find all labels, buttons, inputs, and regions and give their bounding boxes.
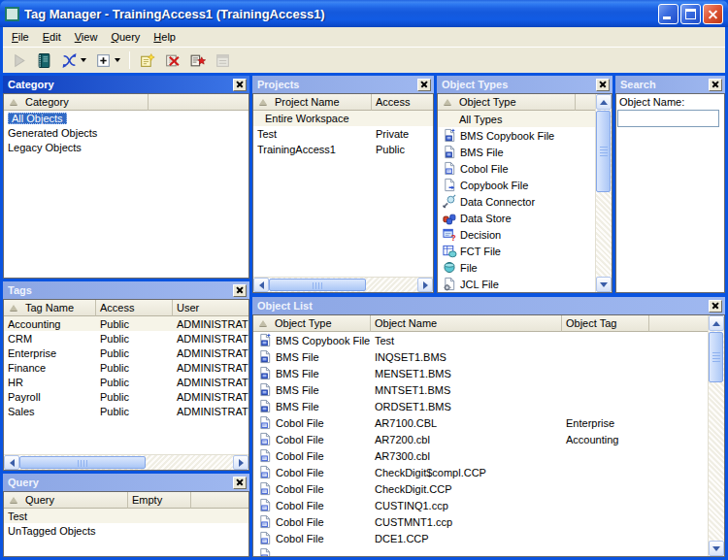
query-row[interactable]: UnTagged Objects (4, 523, 248, 538)
dropdown-caret-icon[interactable] (81, 58, 86, 62)
tag-row[interactable]: FinancePublicADMINISTRAT (4, 360, 248, 375)
panel-tags-close-icon[interactable] (233, 284, 247, 297)
column-header-user[interactable]: User (173, 300, 248, 316)
column-header-category[interactable]: Category (4, 94, 149, 111)
panel-query-close-icon[interactable] (233, 477, 247, 489)
scroll-down-icon[interactable] (596, 277, 612, 292)
close-button[interactable] (703, 4, 723, 24)
menu-item-help[interactable]: Help (147, 28, 182, 46)
menu-item-file[interactable]: File (5, 28, 36, 46)
cell: AR7300.cbl (371, 447, 562, 464)
category-row[interactable]: All Objects (4, 111, 248, 125)
object-type-row[interactable]: File (438, 259, 612, 276)
dropdown-caret-icon[interactable] (115, 58, 120, 62)
object-type-row[interactable]: BMS Copybook File (438, 127, 612, 144)
autotag-button[interactable] (185, 49, 210, 72)
object-row[interactable]: Cobol FileAR7100.CBLEnterprise (253, 414, 724, 431)
object-row[interactable]: BMS FileMNTSET1.BMS (253, 381, 724, 398)
create-tag-button[interactable] (135, 49, 159, 72)
column-header-empty[interactable]: Empty (128, 492, 191, 509)
object-type-row[interactable]: ?Decision (438, 226, 612, 243)
expand-button[interactable] (91, 49, 124, 72)
object-type-row[interactable]: Copybook File (438, 177, 612, 193)
tag-row[interactable]: SalesPublicADMINISTRAT (4, 404, 248, 418)
column-header-object-name[interactable]: Object Name (371, 315, 562, 332)
object-row[interactable]: Cobol FileDCE1.CCP (253, 530, 724, 546)
menu-item-query[interactable]: Query (104, 28, 147, 46)
column-header-tag-name[interactable]: Tag Name (4, 300, 96, 316)
project-row[interactable]: TestPrivate (253, 126, 433, 142)
scroll-up-icon[interactable] (709, 315, 724, 331)
delete-tag-button[interactable] (160, 49, 184, 72)
tag-row[interactable]: HRPublicADMINISTRAT (4, 375, 248, 389)
object-type-row[interactable]: BMS File (438, 144, 612, 160)
object-row[interactable]: BMS FileORDSET1.BMS (253, 398, 724, 414)
cell-label: Cobol File (460, 163, 509, 175)
panel-projects-close-icon[interactable] (417, 79, 431, 91)
scroll-thumb[interactable] (19, 456, 146, 469)
project-row[interactable]: Entire Workspace (253, 111, 433, 126)
column-header-query[interactable]: Query (4, 492, 128, 509)
column-header-object-type[interactable]: Object Type (438, 94, 576, 111)
scroll-up-icon[interactable] (596, 94, 612, 110)
scroll-down-icon[interactable] (709, 541, 724, 556)
column-header-blank[interactable] (191, 492, 248, 509)
menu-item-view[interactable]: View (68, 28, 105, 46)
panel-search-close-icon[interactable] (709, 79, 722, 91)
column-header-blank[interactable] (649, 315, 708, 332)
object-type-row[interactable]: Data Store (438, 210, 612, 226)
scroll-right-icon[interactable] (417, 278, 433, 292)
query-row[interactable]: Test (4, 509, 248, 523)
tags-horizontal-scrollbar[interactable] (4, 454, 248, 470)
object-row[interactable]: Cobol FileCheckDigit$compl.CCP (253, 464, 724, 480)
column-header-access[interactable]: Access (372, 94, 433, 111)
column-header-blank[interactable] (149, 94, 248, 111)
scroll-left-icon[interactable] (4, 455, 19, 470)
panel-category-close-icon[interactable] (233, 79, 247, 91)
object-row[interactable]: Cobol FileCUSTMNT1.ccp (253, 513, 724, 530)
object-row[interactable]: BMS Copybook FileTest (253, 332, 724, 348)
object-type-row[interactable]: All Types (438, 111, 612, 127)
project-row[interactable]: TrainingAccess1Public (253, 142, 433, 157)
object-row[interactable]: Cobol FileCheckDigit.CCP (253, 480, 724, 497)
object-type-row[interactable]: Cobol File (438, 160, 612, 177)
column-header-blank[interactable] (576, 94, 595, 111)
tag-row[interactable]: AccountingPublicADMINISTRAT (4, 316, 248, 331)
scroll-thumb[interactable] (269, 279, 366, 291)
object-row[interactable]: Cobol FileAR7200.cblAccounting (253, 431, 724, 447)
column-header-project-name[interactable]: Project Name (253, 94, 372, 111)
object-row[interactable]: Cobol FileCUSTINQ1.ccp (253, 497, 724, 513)
menu-item-edit[interactable]: Edit (36, 28, 68, 46)
category-row[interactable]: Generated Objects (4, 125, 248, 140)
object-name-input[interactable] (617, 110, 719, 127)
autotag-icon (189, 52, 206, 69)
column-header-access[interactable]: Access (96, 300, 173, 316)
workspace-button[interactable] (32, 49, 56, 72)
tag-row[interactable]: EnterprisePublicADMINISTRAT (4, 346, 248, 360)
column-header-object-type[interactable]: Object Type (253, 315, 371, 332)
category-row[interactable]: Legacy Objects (4, 140, 248, 154)
tag-row[interactable]: PayrollPublicADMINISTRAT (4, 389, 248, 404)
maximize-button[interactable] (680, 4, 701, 24)
object-row[interactable]: BMS FileMENSET1.BMS (253, 365, 724, 381)
object-type-row[interactable]: JCL File (438, 276, 612, 292)
minimize-button[interactable] (658, 4, 678, 24)
scroll-thumb[interactable] (709, 332, 723, 382)
object-type-row[interactable]: FCT File (438, 243, 612, 259)
object-list-vertical-scrollbar[interactable] (708, 315, 724, 556)
object-row[interactable]: Cobol FileAR7300.cbl (253, 447, 724, 464)
object-type-row[interactable]: Data Connector (438, 193, 612, 210)
projects-horizontal-scrollbar[interactable] (253, 277, 433, 292)
object-types-vertical-scrollbar[interactable] (595, 94, 612, 292)
panel-object-types-close-icon[interactable] (596, 79, 610, 91)
column-header-object-tag[interactable]: Object Tag (562, 315, 649, 332)
refresh-button[interactable] (57, 49, 90, 72)
object-row[interactable] (253, 546, 724, 557)
scroll-right-icon[interactable] (233, 455, 248, 470)
panel-object-list-close-icon[interactable] (709, 300, 722, 313)
object-row[interactable]: BMS FileINQSET1.BMS (253, 348, 724, 365)
tag-row[interactable]: CRMPublicADMINISTRAT (4, 331, 248, 346)
scroll-thumb[interactable] (596, 111, 611, 192)
scroll-left-icon[interactable] (253, 278, 269, 292)
title-bar: Tag Manager - TrainingAccess1 (TrainingA… (0, 0, 728, 27)
